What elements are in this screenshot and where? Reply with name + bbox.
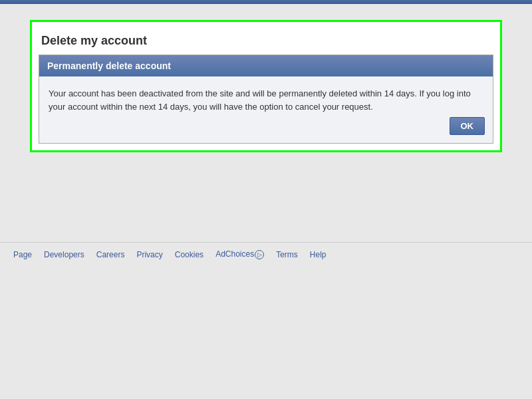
adchoices-icon: ▷: [255, 250, 264, 259]
footer-nav: Page Developers Careers Privacy Cookies …: [0, 242, 532, 266]
footer-link-cookies[interactable]: Cookies: [175, 250, 203, 259]
footer-link-privacy[interactable]: Privacy: [136, 250, 162, 259]
modal-body-text: Your account has been deactivated from t…: [49, 87, 483, 113]
footer-link-page[interactable]: Page: [13, 250, 32, 259]
top-bar: [0, 0, 532, 4]
dialog-title: Delete my account: [39, 29, 493, 55]
adchoices-label: AdChoices: [215, 249, 254, 259]
footer-link-careers[interactable]: Careers: [96, 250, 125, 259]
modal-body: Your account has been deactivated from t…: [39, 76, 493, 143]
ok-button[interactable]: OK: [450, 117, 485, 135]
footer-link-terms[interactable]: Terms: [276, 250, 298, 259]
page-area: Delete my account Permanently delete acc…: [0, 0, 532, 399]
dialog-outer: Delete my account Permanently delete acc…: [30, 20, 502, 152]
footer-link-adchoices[interactable]: AdChoices▷: [215, 249, 264, 259]
modal-header: Permanently delete account: [39, 55, 493, 76]
footer-link-help[interactable]: Help: [310, 250, 327, 259]
modal: Permanently delete account Your account …: [39, 55, 493, 144]
footer-link-developers[interactable]: Developers: [44, 250, 84, 259]
modal-header-text: Permanently delete account: [47, 61, 171, 71]
